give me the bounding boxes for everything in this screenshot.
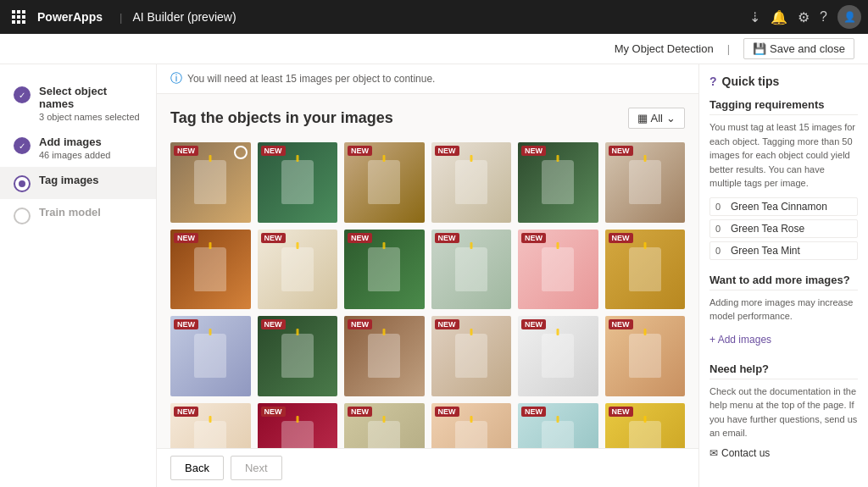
bell-icon[interactable]: 🔔: [771, 9, 787, 25]
tips-icon: ?: [709, 75, 717, 88]
new-badge: NEW: [521, 146, 546, 156]
image-cell[interactable]: NEW: [518, 230, 598, 310]
image-cell[interactable]: NEW: [431, 403, 512, 449]
new-badge: NEW: [609, 233, 633, 243]
sidebar-step-select-objects[interactable]: ✓ Select object names 3 object names sel…: [0, 78, 156, 129]
breadcrumb: My Object Detection: [615, 42, 714, 55]
image-area[interactable]: Tag the objects in your images ▦ All ⌄ N…: [157, 94, 698, 448]
save-close-button[interactable]: 💾 Save and close: [743, 38, 854, 59]
candle-shape: [368, 160, 400, 204]
image-cell[interactable]: NEW: [518, 403, 598, 449]
info-bar: ⓘ You will need at least 15 images per o…: [157, 64, 698, 94]
filter-icon: ▦: [637, 112, 648, 125]
svg-rect-2: [22, 10, 25, 14]
image-cell[interactable]: NEW: [344, 316, 425, 396]
add-images-text: Adding more images may increase model pe…: [709, 296, 858, 324]
new-badge: NEW: [348, 233, 372, 243]
select-circle[interactable]: [234, 146, 248, 159]
image-cell[interactable]: NEW: [258, 316, 338, 396]
next-button[interactable]: Next: [231, 456, 282, 480]
image-cell[interactable]: NEW: [170, 230, 251, 310]
svg-rect-6: [12, 20, 15, 24]
step-info-3: Tag images: [39, 174, 99, 186]
content-area: ⓘ You will need at least 15 images per o…: [157, 64, 698, 487]
add-images-title: Want to add more images?: [709, 274, 858, 291]
new-badge: NEW: [435, 407, 459, 417]
new-badge: NEW: [261, 233, 286, 243]
new-badge: NEW: [174, 407, 198, 417]
new-badge: NEW: [609, 319, 633, 329]
image-grid: NEWNEWNEWNEWNEWNEWNEWNEWNEWNEWNEWNEWNEWN…: [170, 142, 685, 448]
step-info-1: Select object names 3 object names selec…: [39, 85, 142, 122]
candle-shape: [455, 421, 487, 448]
candle-shape: [542, 421, 574, 448]
image-cell[interactable]: NEW: [431, 316, 512, 396]
topbar-divider: |: [120, 11, 122, 24]
avatar-initials: 👤: [843, 11, 856, 23]
back-button[interactable]: Back: [170, 456, 224, 480]
filter-button[interactable]: ▦ All ⌄: [628, 108, 685, 129]
image-cell[interactable]: NEW: [170, 403, 251, 449]
contact-button[interactable]: ✉ Contact us: [709, 447, 858, 459]
sidebar-step-train-model[interactable]: Train model: [0, 199, 156, 231]
image-cell[interactable]: NEW: [170, 142, 251, 223]
sidebar-step-add-images[interactable]: ✓ Add images 46 images added: [0, 129, 156, 167]
tag-item-rose: 0 Green Tea Rose: [709, 219, 858, 238]
download-icon[interactable]: ⇣: [749, 9, 760, 25]
image-cell[interactable]: NEW: [170, 316, 251, 396]
image-cell[interactable]: NEW: [431, 142, 512, 223]
info-icon: ⓘ: [170, 71, 182, 86]
new-badge: NEW: [348, 407, 372, 417]
image-cell[interactable]: NEW: [518, 142, 598, 223]
image-cell[interactable]: NEW: [258, 230, 338, 310]
svg-rect-1: [17, 10, 20, 14]
sidebar-step-tag-images[interactable]: Tag images: [0, 167, 156, 199]
image-cell[interactable]: NEW: [518, 316, 598, 396]
image-cell[interactable]: NEW: [605, 230, 686, 310]
sidebar: ✓ Select object names 3 object names sel…: [0, 64, 157, 487]
image-cell[interactable]: NEW: [605, 142, 686, 223]
new-badge: NEW: [174, 319, 198, 329]
image-cell[interactable]: NEW: [344, 142, 425, 223]
image-cell[interactable]: NEW: [344, 403, 425, 449]
image-area-header: Tag the objects in your images ▦ All ⌄: [170, 108, 685, 129]
new-badge: NEW: [435, 146, 459, 156]
avatar[interactable]: 👤: [837, 5, 861, 29]
tagging-requirements-text: You must tag at least 15 images for each…: [709, 120, 858, 191]
image-cell[interactable]: NEW: [258, 403, 338, 449]
svg-rect-5: [22, 15, 25, 19]
image-cell[interactable]: NEW: [605, 403, 686, 449]
new-badge: NEW: [261, 319, 286, 329]
svg-rect-3: [12, 15, 15, 19]
tag-label-mint: Green Tea Mint: [731, 245, 800, 257]
image-cell[interactable]: NEW: [605, 316, 686, 396]
help-text: Check out the documentation in the help …: [709, 385, 858, 440]
image-cell[interactable]: NEW: [431, 230, 512, 310]
email-icon: ✉: [709, 447, 718, 459]
new-badge: NEW: [521, 407, 546, 417]
new-badge: NEW: [609, 407, 633, 417]
candle-shape: [194, 421, 226, 448]
waffle-icon[interactable]: [7, 5, 31, 29]
image-cell[interactable]: NEW: [344, 230, 425, 310]
new-badge: NEW: [174, 233, 198, 243]
new-badge: NEW: [261, 146, 286, 156]
subheader: My Object Detection | 💾 Save and close: [0, 34, 868, 64]
svg-rect-4: [17, 15, 20, 19]
candle-shape: [281, 247, 314, 291]
new-badge: NEW: [521, 319, 546, 329]
tips-title: Quick tips: [722, 75, 780, 88]
add-images-button[interactable]: + Add images: [709, 330, 858, 349]
chevron-down-icon: ⌄: [666, 112, 676, 125]
settings-icon[interactable]: ⚙: [798, 9, 810, 25]
tips-tagging-section: Tagging requirements You must tag at lea…: [709, 98, 858, 260]
breadcrumb-sep: |: [727, 42, 730, 55]
active-dot: [19, 180, 25, 187]
svg-rect-7: [17, 20, 20, 24]
candle-shape: [368, 334, 400, 378]
step-circle-3: [14, 175, 31, 192]
candle-shape: [542, 160, 574, 204]
image-cell[interactable]: NEW: [258, 142, 338, 223]
help-icon[interactable]: ?: [820, 9, 827, 25]
candle-shape: [629, 334, 661, 378]
